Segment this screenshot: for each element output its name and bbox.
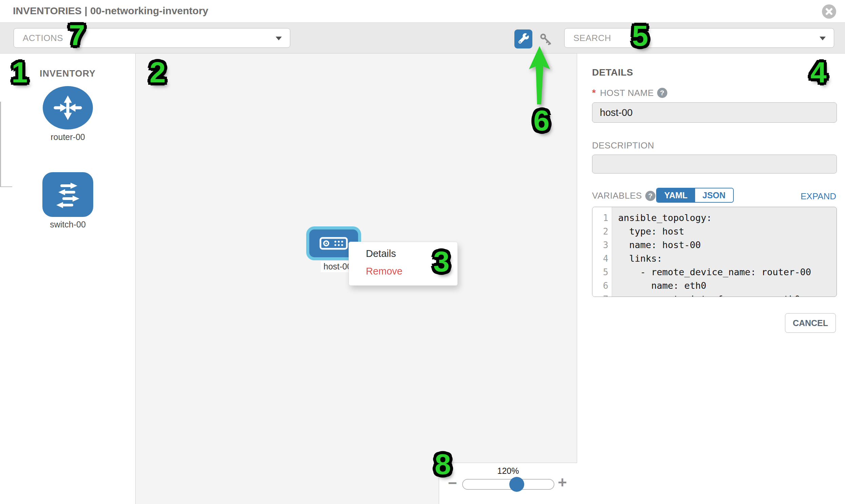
chevron-down-icon (820, 37, 826, 40)
palette-router-label: router-00 (43, 132, 93, 142)
code-line: name: host-00 (618, 238, 837, 252)
host-name-input[interactable] (592, 102, 837, 123)
host-icon (319, 237, 348, 250)
code-line: type: host (618, 225, 837, 238)
search-dropdown[interactable]: SEARCH (564, 28, 834, 48)
topology-canvas[interactable]: host-00 Details Remove 120% − + (136, 54, 577, 504)
annotation-2: 2 (149, 58, 166, 87)
line-number: 2 (592, 225, 612, 238)
zoom-percentage: 120% (439, 466, 577, 476)
close-icon[interactable] (822, 4, 836, 19)
sidebar-scrollbar[interactable] (0, 102, 1, 186)
variables-editor: 1 2 3 4 5 6 7 ansible_topology: type: ho… (592, 207, 837, 297)
palette-switch-label: switch-00 (42, 220, 93, 230)
annotation-up-arrow-icon (526, 45, 553, 106)
details-panel: DETAILS * HOST NAME ? DESCRIPTION VARIAB… (578, 54, 845, 504)
inventory-topology-page: INVENTORIES | 00-networking-inventory AC… (0, 0, 845, 504)
question-circle-icon[interactable]: ? (657, 88, 667, 98)
page-title: INVENTORIES | 00-networking-inventory (13, 5, 208, 17)
description-label: DESCRIPTION (592, 140, 654, 151)
search-dropdown-label: SEARCH (574, 29, 611, 48)
editor-code-area[interactable]: ansible_topology: type: host name: host-… (612, 207, 837, 296)
code-line: links: (618, 252, 837, 265)
annotation-5: 5 (632, 21, 648, 50)
host-name-label-row: * HOST NAME ? (592, 87, 667, 98)
code-line: - remote_device_name: router-00 (618, 265, 837, 279)
annotation-8: 8 (435, 449, 451, 479)
annotation-7: 7 (69, 20, 85, 50)
toolbar: ACTIONS SEARCH (0, 22, 845, 54)
variables-format-toggle: YAML JSON (656, 188, 734, 203)
toggle-json-button[interactable]: JSON (695, 188, 733, 202)
question-circle-icon[interactable]: ? (645, 191, 655, 201)
sidebar-scrollbar-cap (0, 186, 12, 187)
line-number: 6 (592, 279, 612, 292)
line-number: 1 (592, 211, 612, 225)
actions-dropdown-label: ACTIONS (23, 29, 63, 48)
code-line: name: eth0 (618, 279, 837, 292)
router-shape (43, 86, 93, 129)
details-heading: DETAILS (592, 67, 633, 78)
zoom-in-icon[interactable]: + (558, 474, 567, 490)
zoom-slider-track[interactable] (462, 479, 554, 490)
annotation-3: 3 (433, 247, 450, 276)
description-input[interactable] (592, 155, 837, 174)
zoom-control: 120% − + (439, 463, 577, 504)
zoom-slider-thumb[interactable] (509, 477, 524, 492)
annotation-1: 1 (12, 58, 28, 87)
code-line: ansible_topology: (618, 211, 837, 225)
line-number: 5 (592, 265, 612, 279)
toggle-yaml-button[interactable]: YAML (657, 188, 695, 202)
line-number: 4 (592, 252, 612, 265)
cancel-button[interactable]: CANCEL (785, 313, 836, 333)
editor-line-gutter: 1 2 3 4 5 6 7 (592, 207, 612, 296)
code-line: remote_interface_name: eth0 (618, 292, 837, 297)
expand-link[interactable]: EXPAND (800, 191, 836, 202)
header: INVENTORIES | 00-networking-inventory (0, 0, 845, 22)
actions-dropdown[interactable]: ACTIONS (14, 28, 290, 48)
router-icon (49, 91, 87, 124)
palette-item-switch[interactable]: switch-00 (42, 172, 93, 230)
close-x-glyph (822, 4, 836, 19)
line-number: 7 (592, 292, 612, 297)
annotation-4: 4 (810, 58, 827, 87)
required-asterisk: * (592, 87, 596, 98)
variables-label: VARIABLES (592, 191, 642, 201)
palette-item-router[interactable]: router-00 (43, 86, 93, 142)
variables-label-row: VARIABLES ? (592, 191, 655, 201)
chevron-down-icon (276, 37, 282, 40)
line-number: 3 (592, 238, 612, 252)
switch-shape (42, 172, 93, 217)
inventory-sidebar: INVENTORY router-00 (0, 54, 136, 504)
wrench-icon (517, 33, 530, 46)
description-label-text: DESCRIPTION (592, 140, 654, 151)
annotation-6: 6 (533, 106, 550, 135)
switch-icon (49, 178, 87, 212)
host-name-label: HOST NAME (600, 88, 654, 98)
